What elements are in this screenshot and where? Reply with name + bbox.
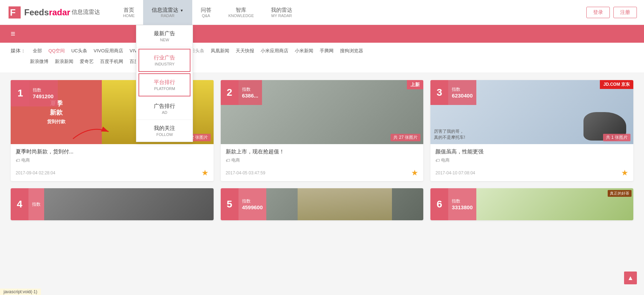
card-2-index-label: 指数 [242,86,258,93]
svg-text:F: F [10,7,16,18]
auth-buttons: 登录 注册 [586,7,637,18]
filter-fenghuang[interactable]: 凤凰新闻 [209,47,231,55]
card-3-rank-number: 3 [430,80,448,105]
tag-icon-2: 🏷 [226,158,230,163]
dropdown-new[interactable]: 最新广告 NEW [136,25,193,47]
card-1-body: 夏季时尚新款，货到付... 🏷 电商 [11,144,214,166]
card-3-rank-info: 指数 6230400 [448,80,476,105]
card-6-badge: 真正的好茶 [608,190,632,197]
hamburger-icon[interactable]: ≡ [11,29,15,38]
dropdown-platform[interactable]: 平台排行 PLATFORM [138,73,190,96]
card-2-rank-box: 2 指数 6386... [221,80,262,105]
card-5-info: 指数 4599600 [239,188,266,220]
bottom-row: 4 指数 5 指数 4599600 6 [11,188,633,220]
dropdown-new-en: NEW [160,38,169,42]
logo-subtitle: 信息流雷达 [72,9,100,16]
dropdown-follow[interactable]: 我的关注 FOLLOW [136,120,193,142]
filter-xiaomi-news[interactable]: 小米新闻 [293,47,315,55]
card-2-img-count: 共 27 张图片 [391,134,420,141]
card-3-index-value: 6230400 [452,93,472,99]
filter-xiaomi-app[interactable]: 小米应用商店 [258,47,290,55]
dropdown-platform-en: PLATFORM [154,86,175,91]
card-5-rank: 5 [221,188,239,220]
card-1-index-label: 指数 [33,87,53,93]
card-2-image: 2 指数 6386... 上新 共 27 张图片 [221,80,424,144]
nav-home[interactable]: 首页 HOME [114,0,143,25]
jd-badge: JD.COM 京东 [600,80,633,89]
card-3-tag: 🏷 电商 [435,157,628,163]
header: F Feedsradar 信息流雷达 首页 HOME 信息流雷达 ▼ RADAR… [0,0,644,25]
filter-sogou[interactable]: 搜狗浏览器 [338,47,365,55]
card-3-body: 颜值虽高，性能更强 🏷 电商 [430,144,633,166]
filter-uc[interactable]: UC头条 [69,47,89,55]
dropdown-ad[interactable]: 广告排行 AD [136,98,193,120]
filter-baidu-mobile[interactable]: 百度手机网 [98,58,125,65]
filter-row-2: 新浪微博 新浪新闻 爱奇艺 百度手机网 百度搜索 网易新闻 [11,58,633,65]
tag-icon-3: 🏷 [435,158,440,163]
filter-weibo[interactable]: 新浪微博 [28,58,51,65]
filter-qq[interactable]: QQ空间 [46,47,67,55]
card-2-body: 新款上市，现在抢超值！ 🏷 电商 [221,144,424,166]
filter-iqiyi[interactable]: 爱奇艺 [78,58,96,65]
card-1-footer: 2017-09-04 02:28:04 ★ [11,166,214,181]
logo-text: Feedsradar [24,7,70,17]
nav-home-en: HOME [123,14,135,18]
card-2-tag-text: 电商 [231,157,240,163]
card-3-text1: 厉害了我的哥， 真的不是摩托车! [434,128,465,141]
dropdown-ad-zh: 广告排行 [154,103,175,110]
card-5-img-overlay [298,188,392,220]
card-2-tag: 🏷 电商 [226,157,419,163]
card-6: 6 指数 3313800 真正的好茶 [430,188,633,220]
card-5: 5 指数 4599600 [221,188,424,220]
card-3-image: 3 指数 6230400 JD.COM 京东 厉害了我的哥， 真的不是摩托车! [430,80,633,144]
content-area: 1 指数 7491200 夏季 新款 货到付款 共 222 张图片 [0,73,644,227]
card-5-index-label: 指数 [242,198,263,204]
nav-radar-en: RADAR [161,14,175,18]
filter-vivo-app[interactable]: VIVO应用商店 [91,47,125,55]
card-3-star[interactable]: ★ [621,168,628,178]
nav-radar[interactable]: 信息流雷达 ▼ RADAR 最新广告 NEW 行业广告 INDUSTRY 平台排… [143,0,192,25]
f-logo-icon: F [7,5,22,20]
dropdown-ad-en: AD [162,110,167,115]
card-1-star[interactable]: ★ [201,168,209,178]
card-1-rank-number: 1 [11,81,29,106]
card-6-img: 真正的好茶 [476,188,633,220]
card-2: 2 指数 6386... 上新 共 27 张图片 新款上市，现在抢超值！ 🏷 [221,80,424,181]
card-1-rank-box: 1 指数 7491200 [11,80,58,106]
nav-radar-zh: 信息流雷达 ▼ [152,7,183,14]
filter-all[interactable]: 全部 [31,47,44,55]
nav-myradar[interactable]: 我的雷达 MY RADAR [262,0,301,25]
card-4-inner: 4 指数 [11,188,214,220]
card-2-rank-number: 2 [221,80,239,105]
dropdown-platform-zh: 平台排行 [154,79,175,86]
cards-grid: 1 指数 7491200 夏季 新款 货到付款 共 222 张图片 [11,80,633,181]
card-5-inner: 5 指数 4599600 [221,188,424,220]
login-button[interactable]: 登录 [586,7,610,18]
dropdown-industry[interactable]: 行业广告 INDUSTRY [138,49,190,72]
filter-bar: 媒体： 全部 QQ空间 UC头条 VIVO应用商店 VIVO浏览器 一点资讯 今… [0,43,644,73]
card-2-star[interactable]: ★ [411,168,418,178]
card-4: 4 指数 [11,188,214,220]
fashion-line2: 新款 [50,108,63,117]
card-6-inner: 6 指数 3313800 真正的好茶 [430,188,633,220]
nav-knowledge-zh: 智库 [236,7,246,14]
nav-myradar-en: MY RADAR [271,14,292,18]
card-3-title: 颜值虽高，性能更强 [435,148,628,155]
media-label: 媒体： [11,48,26,54]
filter-shouteng[interactable]: 手腾网 [318,47,336,55]
nav-knowledge-en: KNOWLEDGE [229,14,254,18]
filter-sina-news[interactable]: 新浪新闻 [53,58,75,65]
dropdown-industry-en: INDUSTRY [155,62,174,66]
card-1-tag: 🏷 电商 [16,157,209,163]
card-1-rank-info: 指数 7491200 [29,81,57,106]
nav-qa[interactable]: 问答 Q&A [192,0,220,25]
nav-qa-zh: 问答 [201,7,211,14]
fashion-line3: 货到付款 [47,118,66,125]
card-6-info: 指数 3313800 [448,188,476,220]
nav-knowledge[interactable]: 智库 KNOWLEDGE [220,0,263,25]
logo[interactable]: F Feedsradar 信息流雷达 [7,5,100,20]
radar-dropdown: 最新广告 NEW 行业广告 INDUSTRY 平台排行 PLATFORM 广告排… [136,25,193,142]
filter-tiankuai[interactable]: 天天快报 [234,47,256,55]
register-button[interactable]: 注册 [613,7,637,18]
card-4-rank: 4 [11,188,28,220]
